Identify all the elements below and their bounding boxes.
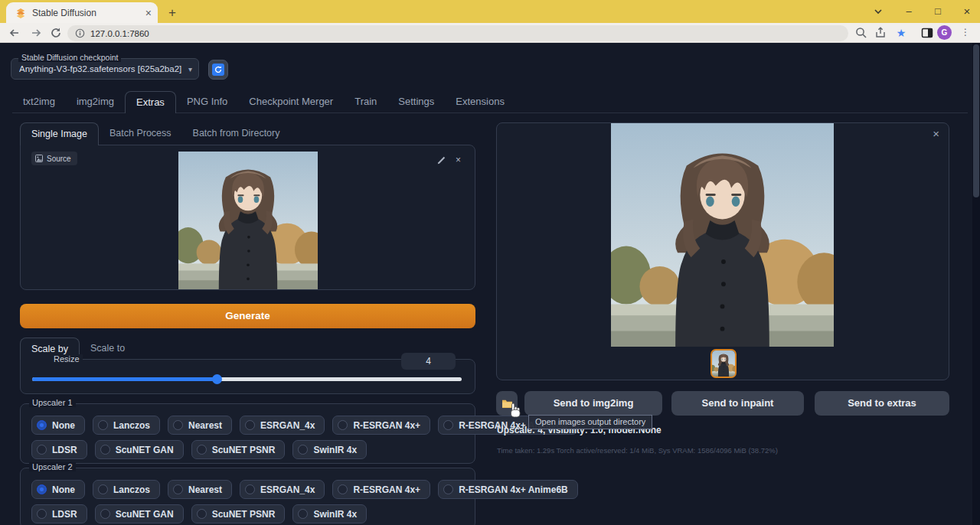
tab-train[interactable]: Train: [344, 91, 387, 113]
radio-icon: [443, 420, 453, 430]
upscaler2-option-resrgan4x[interactable]: R-ESRGAN 4x+: [332, 480, 430, 499]
main-tab-bar: txt2img img2img Extras PNG Info Checkpoi…: [12, 91, 515, 113]
tab-txt2img[interactable]: txt2img: [12, 91, 66, 113]
zoom-icon[interactable]: [854, 26, 868, 40]
output-directory-tooltip: Open images output directory: [528, 415, 652, 429]
window-close-button[interactable]: ×: [959, 3, 975, 20]
tab-single-image[interactable]: Single Image: [20, 122, 99, 145]
radio-icon: [298, 509, 308, 519]
radio-icon: [100, 445, 110, 455]
radio-icon: [443, 484, 453, 494]
radio-icon: [98, 484, 108, 494]
upscaler1-option-resrgan4x[interactable]: R-ESRGAN 4x+: [332, 416, 430, 435]
radio-icon: [197, 509, 207, 519]
radio-icon: [197, 445, 207, 455]
share-icon[interactable]: [874, 26, 887, 40]
tab-settings[interactable]: Settings: [387, 91, 445, 113]
upscaler2-option-scunet-gan[interactable]: ScuNET GAN: [95, 504, 184, 523]
reload-icon[interactable]: [49, 26, 63, 40]
upscaler1-option-scunet-psnr[interactable]: ScuNET PSNR: [191, 440, 286, 459]
checkpoint-label: Stable Diffusion checkpoint: [18, 53, 121, 62]
result-panel: ×: [496, 122, 949, 380]
upscaler2-option-ldsr[interactable]: LDSR: [31, 504, 87, 523]
upscaler2-option-esrgan4x[interactable]: ESRGAN_4x: [240, 480, 325, 499]
radio-icon: [298, 445, 308, 455]
bookmark-star-icon[interactable]: ★: [894, 26, 908, 40]
tab-batch-from-directory[interactable]: Batch from Directory: [182, 122, 291, 145]
resize-slider[interactable]: [32, 377, 462, 381]
upscaler2-panel: None Lanczos Nearest ESRGAN_4x R-ESRGAN …: [20, 468, 475, 525]
tab-checkpoint-merger[interactable]: Checkpoint Merger: [238, 91, 344, 113]
back-icon[interactable]: [8, 26, 21, 40]
upscaler2-option-nearest[interactable]: Nearest: [168, 480, 232, 499]
source-label: Source: [47, 155, 71, 163]
radio-icon: [245, 420, 255, 430]
tab-close-icon[interactable]: ×: [145, 8, 152, 18]
url-text: 127.0.0.1:7860: [90, 29, 149, 38]
tab-img2img[interactable]: img2img: [66, 91, 125, 113]
resize-value-input[interactable]: 4: [401, 353, 456, 370]
upscaler1-option-swinir4x[interactable]: SwinIR 4x: [292, 440, 367, 459]
radio-icon: [338, 484, 348, 494]
upscaler2-option-scunet-psnr[interactable]: ScuNET PSNR: [191, 504, 286, 523]
upscaler2-option-none[interactable]: None: [31, 480, 85, 499]
generate-button[interactable]: Generate: [20, 304, 475, 328]
tab-png-info[interactable]: PNG Info: [176, 91, 238, 113]
tab-search-chevron-icon[interactable]: [870, 3, 887, 20]
source-chip: Source: [31, 152, 77, 165]
performance-info-text: Time taken: 1.29s Torch active/reserved:…: [497, 446, 778, 455]
upscaler1-option-esrgan4x[interactable]: ESRGAN_4x: [240, 416, 325, 435]
browser-tab[interactable]: Stable Diffusion ×: [6, 2, 158, 23]
page-scrollbar-thumb[interactable]: [973, 44, 979, 197]
window-minimize-button[interactable]: –: [900, 3, 917, 20]
side-panel-icon[interactable]: [920, 26, 934, 40]
source-image-dropzone[interactable]: Source ×: [20, 145, 475, 290]
screen: Stable Diffusion × + – □ × 127.0.0.1:786…: [0, 0, 980, 525]
upscaler1-option-lanczos[interactable]: Lanczos: [93, 416, 160, 435]
browser-menu-icon[interactable]: ⋮: [960, 25, 971, 40]
site-info-icon[interactable]: [75, 28, 85, 38]
chevron-down-icon: ▾: [188, 65, 192, 73]
edit-pencil-icon[interactable]: [436, 155, 447, 166]
upscaler1-option-nearest[interactable]: Nearest: [168, 416, 232, 435]
checkpoint-value: Anything-V3-fp32.safetensors [625a2ba2]: [19, 64, 184, 73]
result-close-icon[interactable]: ×: [933, 127, 939, 140]
upscaler2-label: Upscaler 2: [29, 462, 76, 471]
new-tab-button[interactable]: +: [164, 5, 181, 21]
mode-tab-bar: Single Image Batch Process Batch from Di…: [20, 122, 290, 145]
upscaler2-option-swinir4x[interactable]: SwinIR 4x: [292, 504, 367, 523]
tab-extensions[interactable]: Extensions: [445, 91, 515, 113]
upscaler1-option-scunet-gan[interactable]: ScuNET GAN: [95, 440, 184, 459]
radio-icon: [338, 420, 348, 430]
refresh-checkpoint-button[interactable]: [208, 60, 228, 80]
resize-label: Resize: [51, 354, 83, 364]
upscaler1-label: Upscaler 1: [29, 398, 76, 407]
send-to-img2img-button[interactable]: Send to img2img: [524, 391, 662, 416]
radio-icon: [173, 484, 183, 494]
result-thumbnail[interactable]: [710, 349, 737, 378]
radio-icon: [245, 484, 255, 494]
tab-scale-to[interactable]: Scale to: [80, 338, 136, 360]
upscaler1-panel: None Lanczos Nearest ESRGAN_4x R-ESRGAN …: [20, 403, 475, 464]
profile-avatar[interactable]: G: [937, 25, 952, 40]
tab-extras[interactable]: Extras: [125, 91, 176, 113]
send-to-extras-button[interactable]: Send to extras: [815, 391, 949, 416]
result-image[interactable]: [611, 123, 834, 347]
forward-icon[interactable]: [29, 26, 43, 40]
slider-fill: [32, 377, 217, 381]
url-bar[interactable]: 127.0.0.1:7860: [67, 25, 848, 41]
upscaler2-option-lanczos[interactable]: Lanczos: [93, 480, 160, 499]
tab-batch-process[interactable]: Batch Process: [99, 122, 182, 145]
radio-icon: [173, 420, 183, 430]
source-image: [178, 152, 318, 289]
upscaler1-option-none[interactable]: None: [31, 416, 85, 435]
send-to-inpaint-button[interactable]: Send to inpaint: [671, 391, 804, 416]
clear-source-icon[interactable]: ×: [452, 155, 464, 166]
browser-tab-title: Stable Diffusion: [32, 8, 145, 18]
image-icon: [35, 155, 43, 162]
radio-icon: [37, 509, 47, 519]
window-maximize-button[interactable]: □: [929, 3, 946, 20]
upscaler1-option-ldsr[interactable]: LDSR: [31, 440, 87, 459]
upscaler2-option-resrgan-anime6b[interactable]: R-ESRGAN 4x+ Anime6B: [438, 480, 578, 499]
gradio-favicon-icon: [15, 8, 26, 18]
